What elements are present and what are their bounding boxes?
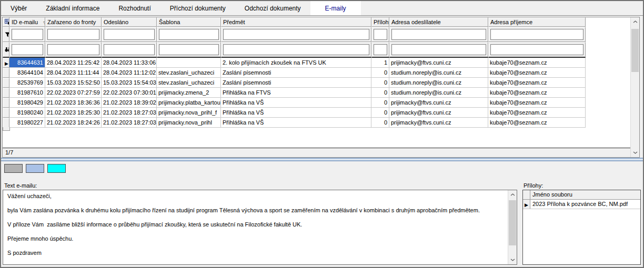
search-input-attachments[interactable]	[374, 44, 387, 55]
cell-queued[interactable]: 28.04.2023 11:11:44	[45, 68, 102, 78]
scroll-down-button[interactable]	[631, 148, 639, 157]
tab-zakladni-informace[interactable]: Základní informace	[36, 1, 109, 15]
column-header-queued[interactable]: Zařazeno do fronty	[45, 17, 102, 27]
cell-template[interactable]	[157, 58, 221, 68]
filter-input-recipient[interactable]	[490, 29, 583, 40]
row-selector[interactable]	[3, 88, 9, 98]
cell-recipient[interactable]: kubaje70@seznam.cz	[488, 98, 586, 108]
table-row[interactable]: 81980429 21.02.2023 18:36:36 21.02.2023 …	[3, 98, 586, 108]
cell-sender[interactable]: prijimacky@ftvs.cuni.cz	[389, 58, 488, 68]
cell-sent[interactable]: 21.02.2023 18:39:02	[102, 98, 157, 108]
cell-attachments[interactable]: 0	[371, 88, 389, 98]
cell-subject[interactable]: Zaslání písemnosti	[221, 78, 371, 88]
grid-properties-icon[interactable]	[3, 17, 9, 27]
search-input-recipient[interactable]	[490, 44, 583, 55]
scroll-down-button[interactable]	[508, 255, 517, 264]
table-row[interactable]: 81980240 21.02.2023 18:25:30 21.02.2023 …	[3, 108, 586, 118]
cell-attachments[interactable]: 0	[371, 118, 389, 128]
cell-subject[interactable]: Přihláška na VŠ	[221, 108, 371, 118]
cell-queued[interactable]: 15.03.2023 15:52:50	[45, 78, 102, 88]
search-input-id[interactable]	[12, 44, 43, 55]
attachment-row[interactable]: ▶ 2023 Příloha k pozvánce BC, NM.pdf	[523, 200, 640, 209]
cell-attachments[interactable]: 0	[371, 98, 389, 108]
cell-recipient[interactable]: kubaje70@seznam.cz	[488, 58, 586, 68]
row-selector[interactable]	[3, 78, 9, 88]
search-input-sender[interactable]	[391, 44, 486, 55]
cell-id[interactable]: 83644104	[9, 68, 45, 78]
cell-id[interactable]: 81987610	[9, 88, 45, 98]
row-selector[interactable]	[3, 108, 9, 118]
tab-vyber[interactable]: Výběr	[1, 1, 36, 15]
cell-recipient[interactable]: kubaje70@seznam.cz	[488, 78, 586, 88]
scroll-thumb[interactable]	[509, 200, 516, 245]
filter-input-template[interactable]	[159, 29, 219, 40]
cell-subject[interactable]: Zaslání písemnosti	[221, 68, 371, 78]
cell-sent[interactable]: 28.04.2023 11:33:06	[102, 58, 157, 68]
column-header-recipient[interactable]: Adresa příjemce	[488, 17, 586, 27]
cell-sent[interactable]: 28.04.2023 11:12:02	[102, 68, 157, 78]
cell-recipient[interactable]: kubaje70@seznam.cz	[488, 88, 586, 98]
cell-subject[interactable]: 2. kolo přijímacích zkoušek na FTVS UK	[221, 58, 371, 68]
filter-input-queued[interactable]	[47, 29, 99, 40]
cell-subject[interactable]: Přihláška na VŠ	[221, 118, 371, 128]
cell-sent[interactable]: 22.02.2023 07:30:01	[102, 88, 157, 98]
column-header-sent[interactable]: Odesláno	[102, 17, 157, 27]
horizontal-splitter[interactable]	[1, 158, 643, 161]
table-row[interactable]: 81987610 22.02.2023 07:27:59 22.02.2023 …	[3, 88, 586, 98]
row-selector[interactable]	[3, 68, 9, 78]
cell-template[interactable]: prijimacky.nova_prihl_f	[157, 108, 221, 118]
tab-prichozi-dokumenty[interactable]: Příchozí dokumenty	[160, 1, 235, 15]
cell-sender[interactable]: prijimacky@ftvs.cuni.cz	[389, 108, 488, 118]
cell-queued[interactable]: 21.02.2023 18:36:36	[45, 98, 102, 108]
cell-id[interactable]: 81980429	[9, 98, 45, 108]
cell-queued[interactable]: 22.02.2023 07:27:59	[45, 88, 102, 98]
cell-sender[interactable]: studium.noreply@is.cuni.cz	[389, 78, 488, 88]
row-selector[interactable]	[3, 98, 9, 108]
column-header-id[interactable]: ID e-mailu▽	[9, 17, 45, 27]
filter-input-attachments[interactable]	[374, 29, 387, 40]
cell-id[interactable]: 83644631	[9, 58, 45, 68]
cell-template[interactable]: prijimacky.platba_kartou	[157, 98, 221, 108]
email-body-text[interactable]: Vážení uchazeči, byla Vám zaslána pozván…	[4, 192, 506, 263]
cell-queued[interactable]: 28.04.2023 11:25:42	[45, 58, 102, 68]
cell-template[interactable]: stev.zaslani_uchazeci	[157, 68, 221, 78]
cell-recipient[interactable]: kubaje70@seznam.cz	[488, 108, 586, 118]
tab-emaily[interactable]: E-maily	[310, 1, 361, 15]
tab-odchozi-dokumenty[interactable]: Odchozí dokumenty	[235, 1, 310, 15]
search-input-template[interactable]	[159, 44, 219, 55]
cell-sender[interactable]: studium.noreply@is.cuni.cz	[389, 68, 488, 78]
cell-template[interactable]: prijimacky.nova_prihl	[157, 118, 221, 128]
cell-sent[interactable]: 15.03.2023 15:54:03	[102, 78, 157, 88]
cell-subject[interactable]: Přihláška na FTVS	[221, 88, 371, 98]
cell-queued[interactable]: 21.02.2023 18:24:26	[45, 118, 102, 128]
filter-input-sent[interactable]	[104, 29, 155, 40]
search-input-sent[interactable]	[104, 44, 155, 55]
column-header-subject[interactable]: Předmět	[221, 17, 371, 27]
column-header-template[interactable]: Šablona	[157, 17, 221, 27]
grid-vscrollbar[interactable]	[630, 17, 639, 157]
row-selector[interactable]	[3, 118, 9, 128]
cell-recipient[interactable]: kubaje70@seznam.cz	[488, 118, 586, 128]
table-row[interactable]: 81980227 21.02.2023 18:24:26 21.02.2023 …	[3, 118, 586, 128]
attachment-filename[interactable]: 2023 Příloha k pozvánce BC, NM.pdf	[530, 200, 640, 209]
scroll-up-button[interactable]	[631, 17, 639, 26]
scroll-up-button[interactable]	[508, 190, 517, 199]
cell-queued[interactable]: 21.02.2023 18:25:30	[45, 108, 102, 118]
attachment-filename-header[interactable]: Jméno souboru	[530, 190, 640, 199]
filter-input-subject[interactable]	[223, 29, 369, 40]
scroll-thumb[interactable]	[631, 29, 639, 72]
cell-sender[interactable]: studium.noreply@is.cuni.cz	[389, 88, 488, 98]
cell-attachments[interactable]: 0	[371, 68, 389, 78]
cell-subject[interactable]: Přihláška na VŠ	[221, 98, 371, 108]
search-input-queued[interactable]	[47, 44, 99, 55]
column-header-sender[interactable]: Adresa odeslílatele	[389, 17, 488, 27]
cell-recipient[interactable]: kubaje70@seznam.cz	[488, 68, 586, 78]
cell-id[interactable]: 81980227	[9, 118, 45, 128]
cell-attachments[interactable]: 1	[371, 58, 389, 68]
cell-sender[interactable]: prijimacky@ftvs.cuni.cz	[389, 118, 488, 128]
search-input-subject[interactable]	[223, 44, 369, 55]
cell-sender[interactable]: prijimacky@ftvs.cuni.cz	[389, 98, 488, 108]
table-row[interactable]: 82539769 15.03.2023 15:52:50 15.03.2023 …	[3, 78, 586, 88]
cell-template[interactable]: prijimacky.zmena_2	[157, 88, 221, 98]
table-row[interactable]: 83644104 28.04.2023 11:11:44 28.04.2023 …	[3, 68, 586, 78]
